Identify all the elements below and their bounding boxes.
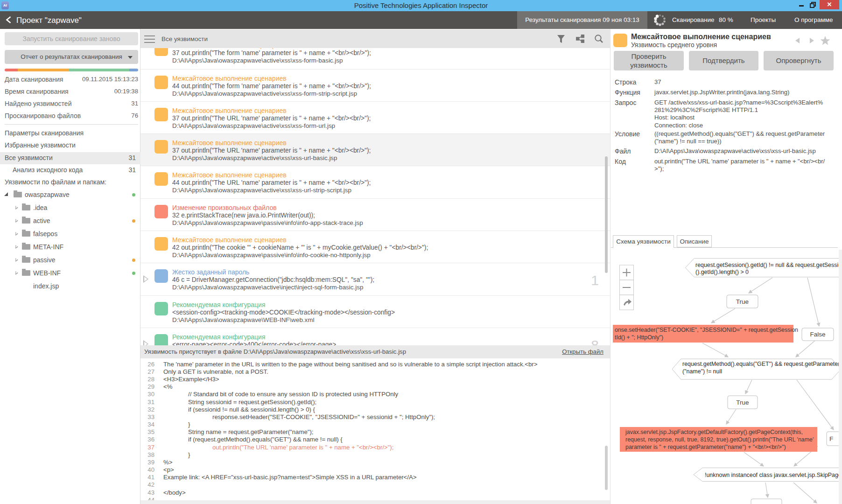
svg-text:parameter is " + request.getPa: parameter is " + request.getParameter("n… [625, 444, 786, 450]
svg-text:tId() + "; HttpOnly"): tId() + "; HttpOnly") [615, 334, 663, 341]
svg-text:request, response, null, true,: request, response, null, true, 8192, tru… [625, 436, 814, 443]
svg-text:javax.servlet.jsp.JspFactory.g: javax.servlet.jsp.JspFactory.getDefaultF… [625, 429, 803, 435]
svg-text:F: F [829, 435, 833, 442]
svg-text:True: True [736, 399, 749, 406]
svg-text:request.getSession().getId() !: request.getSession().getId() != null && … [695, 262, 842, 268]
svg-text:("name") != null: ("name") != null [682, 368, 722, 375]
svg-text:False: False [810, 331, 825, 338]
svg-text:request.getMethod().equals("GE: request.getMethod().equals("GET") && req… [682, 361, 840, 367]
svg-text:True: True [736, 298, 749, 305]
svg-text:onse.setHeader("SET-COOKIE", ": onse.setHeader("SET-COOKIE", "JSESSIONID… [615, 327, 798, 333]
svg-text:().getId().length() > 0: ().getId().length() > 0 [695, 269, 749, 275]
svg-text:!unknown instanceof class java: !unknown instanceof class javax.servlet.… [705, 472, 842, 478]
